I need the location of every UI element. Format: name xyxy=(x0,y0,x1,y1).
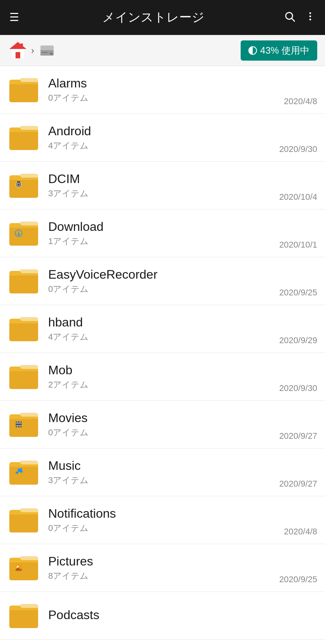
folder-date: 2020/4/8 xyxy=(284,527,317,538)
list-item[interactable]: Android 4アイテム 2020/9/30 xyxy=(0,114,325,162)
folder-name: Download xyxy=(48,219,279,234)
topbar: ☰ メインストレージ xyxy=(0,0,325,35)
folder-info: Music 3アイテム xyxy=(48,458,279,486)
search-icon[interactable] xyxy=(284,10,295,25)
folder-name: Podcasts xyxy=(48,607,317,622)
svg-point-26 xyxy=(20,470,23,473)
folder-icon xyxy=(6,264,41,298)
folder-date: 2020/9/25 xyxy=(279,574,317,585)
storage-icon[interactable] xyxy=(37,41,57,60)
list-item[interactable]: Podcasts xyxy=(0,592,325,640)
svg-rect-12 xyxy=(42,52,47,53)
menu-button[interactable]: ☰ xyxy=(9,12,19,23)
svg-point-25 xyxy=(16,471,18,474)
folder-item-count: 8アイテム xyxy=(48,570,279,582)
folder-date: 2020/4/8 xyxy=(284,96,317,107)
folder-item-count: 0アイテム xyxy=(48,522,284,534)
list-item[interactable]: Music 3アイテム 2020/9/27 xyxy=(0,449,325,496)
list-item[interactable]: Download 1アイテム 2020/10/1 xyxy=(0,209,325,257)
list-item[interactable]: Notifications 0アイテム 2020/4/8 xyxy=(0,496,325,544)
list-item[interactable]: Movies 0アイテム 2020/9/27 xyxy=(0,401,325,449)
folder-name: Mob xyxy=(48,363,279,377)
folder-item-count: 2アイテム xyxy=(48,379,279,391)
folder-info: Mob 2アイテム xyxy=(48,363,279,391)
folder-name: Pictures xyxy=(48,554,279,569)
folder-info: Android 4アイテム xyxy=(48,124,279,152)
folder-info: Movies 0アイテム xyxy=(48,410,279,438)
folder-icon xyxy=(6,503,41,538)
folder-date: 2020/9/29 xyxy=(279,335,317,346)
topbar-icons xyxy=(284,10,316,25)
svg-line-1 xyxy=(292,18,295,21)
folder-info: DCIM 3アイテム xyxy=(48,171,279,199)
folder-name: Music xyxy=(48,458,279,473)
folder-item-count: 4アイテム xyxy=(48,140,279,152)
page-title: メインストレージ xyxy=(31,9,276,26)
folder-name: Notifications xyxy=(48,506,284,521)
storage-usage-text: 43% 使用中 xyxy=(260,44,309,57)
folder-info: Download 1アイテム xyxy=(48,219,279,247)
folder-date: 2020/9/30 xyxy=(279,144,317,155)
folder-item-count: 0アイテム xyxy=(48,92,284,104)
folder-date: 2020/9/27 xyxy=(279,431,317,442)
folder-icon xyxy=(6,407,41,442)
folder-icon xyxy=(6,550,41,585)
folder-item-count: 0アイテム xyxy=(48,283,279,295)
folder-date: 2020/9/30 xyxy=(279,383,317,394)
folder-name: DCIM xyxy=(48,171,279,186)
folder-name: Movies xyxy=(48,410,279,425)
list-item[interactable]: Pictures 8アイテム 2020/9/25 xyxy=(0,544,325,592)
folder-info: Podcasts xyxy=(48,607,317,624)
list-item[interactable]: Mob 2アイテム 2020/9/30 xyxy=(0,353,325,401)
folder-icon xyxy=(6,120,41,155)
folder-item-count: 1アイテム xyxy=(48,236,279,247)
folder-date: 2020/10/4 xyxy=(279,192,317,203)
folder-item-count: 0アイテム xyxy=(48,427,279,438)
storage-usage-icon xyxy=(248,46,257,55)
folder-name: Alarms xyxy=(48,76,284,91)
folder-date: 2020/9/25 xyxy=(279,288,317,298)
folder-list: Alarms 0アイテム 2020/4/8 Android 4アイテム 2020… xyxy=(0,66,325,640)
folder-icon xyxy=(6,216,41,251)
folder-item-count: 3アイテム xyxy=(48,475,279,486)
svg-point-13 xyxy=(16,182,21,187)
folder-icon xyxy=(6,455,41,490)
svg-rect-7 xyxy=(21,44,23,48)
breadcrumb-chevron: › xyxy=(31,45,34,56)
svg-rect-8 xyxy=(16,52,20,58)
folder-item-count: 4アイテム xyxy=(48,331,279,343)
folder-info: Pictures 8アイテム xyxy=(48,554,279,582)
folder-name: EasyVoiceRecorder xyxy=(48,267,279,282)
folder-name: hband xyxy=(48,315,279,330)
folder-icon xyxy=(6,311,41,346)
folder-info: hband 4アイテム xyxy=(48,315,279,343)
list-item[interactable]: hband 4アイテム 2020/9/29 xyxy=(0,305,325,353)
svg-point-4 xyxy=(309,18,311,20)
svg-point-11 xyxy=(50,52,52,55)
more-options-icon[interactable] xyxy=(305,11,316,24)
folder-icon xyxy=(6,72,41,107)
folder-icon xyxy=(6,598,41,633)
folder-info: EasyVoiceRecorder 0アイテム xyxy=(48,267,279,295)
list-item[interactable]: EasyVoiceRecorder 0アイテム 2020/9/25 xyxy=(0,257,325,305)
svg-point-2 xyxy=(309,12,311,14)
folder-name: Android xyxy=(48,124,279,138)
folder-icon xyxy=(6,359,41,394)
folder-date: 2020/9/27 xyxy=(279,479,317,490)
folder-item-count: 3アイテム xyxy=(48,188,279,199)
svg-rect-18 xyxy=(16,421,21,427)
svg-rect-15 xyxy=(17,181,20,183)
folder-date: 2020/10/1 xyxy=(279,240,317,251)
list-item[interactable]: DCIM 3アイテム 2020/10/4 xyxy=(0,162,325,209)
breadcrumb: › 43% 使用中 xyxy=(0,35,325,66)
folder-icon xyxy=(6,168,41,203)
svg-point-3 xyxy=(309,15,311,17)
home-button[interactable] xyxy=(8,40,28,61)
folder-info: Notifications 0アイテム xyxy=(48,506,284,534)
storage-usage-badge: 43% 使用中 xyxy=(241,40,317,61)
list-item[interactable]: Alarms 0アイテム 2020/4/8 xyxy=(0,66,325,114)
folder-info: Alarms 0アイテム xyxy=(48,76,284,104)
